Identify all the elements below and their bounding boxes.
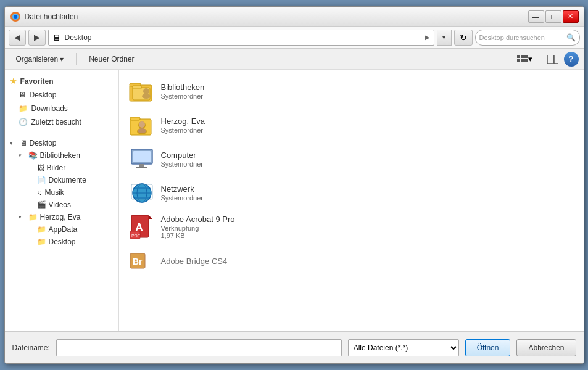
toolbar: Organisieren ▾ Neuer Ordner ▾ [5,49,584,70]
svg-rect-4 [521,55,524,58]
preview-pane-button[interactable] [544,51,561,67]
appdata-icon: 📁 [37,225,46,234]
file-info-network: Netzwerk Systemordner [161,184,203,202]
tree-item-label: Herzog, Eva [40,213,81,221]
dialog-title: Datei hochladen [25,12,528,21]
recent-icon: 🕐 [19,118,28,126]
search-icon: 🔍 [566,33,576,42]
svg-rect-10 [554,55,558,64]
downloads-icon: 📁 [19,104,28,113]
file-upload-dialog: Datei hochladen — □ ✕ ◀ ▶ 🖥 Desktop ▶ ▾ … [4,6,584,364]
new-folder-label: Neuer Ordner [89,55,134,64]
file-item-bibliotheken[interactable]: Bibliotheken Systemordner [124,75,579,109]
tree-item-appdata[interactable]: 📁 AppData [5,223,118,236]
view-dropdown-arrow: ▾ [528,54,532,64]
open-button[interactable]: Öffnen [465,339,511,356]
file-type: Systemordner [161,92,205,100]
file-item-bridge[interactable]: Br Adobe Bridge CS4 [124,244,579,278]
tree-item-bilder[interactable]: 🖼 Bilder [5,162,118,174]
file-name: Adobe Bridge CS4 [161,257,228,266]
file-type: Systemordner [161,194,203,202]
toolbar-right: ▾ ? [516,51,579,67]
file-info-acrobat: Adobe Acrobat 9 Pro Verknüpfung 1,97 KB [161,215,235,239]
sidebar-item-recent[interactable]: 🕐 Zuletzt besucht [5,115,118,129]
sidebar-item-label: Downloads [31,104,68,113]
forward-button[interactable]: ▶ [28,30,46,46]
images-icon: 🖼 [37,163,44,172]
file-icon-network [129,180,155,206]
music-icon: ♫ [37,188,43,197]
svg-rect-6 [517,59,520,62]
svg-rect-24 [133,151,151,162]
file-item-acrobat[interactable]: A PDF Adobe Acrobat 9 Pro Verknüpfung 1,… [124,210,579,244]
tree-item-bibliotheken[interactable]: ▾ 📚 Bibliotheken [5,149,118,162]
svg-point-21 [139,121,145,128]
svg-rect-14 [133,86,141,89]
sidebar-item-downloads[interactable]: 📁 Downloads [5,102,118,115]
bottom-bar: Dateiname: Alle Dateien (*.*)Textdateien… [5,331,584,363]
tree-item-label: Dokumente [49,176,86,184]
svg-point-22 [138,128,146,133]
file-size: 1,97 KB [161,232,235,239]
desktop-icon: 🖥 [19,91,26,99]
expand-icon: ▾ [19,152,26,158]
tree-item-desktop2[interactable]: 📁 Desktop [5,236,118,248]
expand-icon: ▾ [19,214,26,220]
organize-arrow: ▾ [60,55,64,64]
svg-rect-26 [136,166,147,168]
sidebar-item-label: Zuletzt besucht [31,118,81,126]
sidebar-divider [10,134,114,134]
help-button[interactable]: ? [564,52,579,67]
file-icon-computer [129,146,155,172]
tree-item-videos[interactable]: 🎬 Videos [5,199,118,211]
file-item-herzog[interactable]: Herzog, Eva Systemordner [124,109,579,142]
search-box[interactable]: Desktop durchsuchen 🔍 [475,30,580,46]
cancel-button[interactable]: Abbrechen [516,339,576,356]
svg-marker-34 [149,215,152,219]
new-folder-button[interactable]: Neuer Ordner [83,51,140,67]
svg-text:PDF: PDF [131,234,140,238]
close-button[interactable]: ✕ [563,10,579,23]
back-button[interactable]: ◀ [9,30,26,46]
tree-item-label: Desktop [49,237,76,246]
address-bar: ◀ ▶ 🖥 Desktop ▶ ▾ ↻ Desktop durchsuchen … [5,27,584,49]
filename-input[interactable] [56,339,342,356]
minimize-button[interactable]: — [528,10,544,23]
file-info-libraries: Bibliotheken Systemordner [161,83,205,100]
tree-item-herzog[interactable]: ▾ 📁 Herzog, Eva [5,211,118,223]
sidebar: ★ Favoriten 🖥 Desktop 📁 Downloads 🕐 Zule… [5,70,119,331]
title-bar: Datei hochladen — □ ✕ [5,7,584,27]
file-icon-bridge: Br [129,248,155,274]
window-controls: — □ ✕ [528,10,579,23]
tree-item-desktop[interactable]: ▾ 🖥 Desktop [5,137,118,149]
tree-item-label: Bilder [47,163,66,172]
view-options-button[interactable]: ▾ [516,51,534,67]
expand-icon: ▾ [10,140,17,146]
sidebar-item-desktop[interactable]: 🖥 Desktop [5,88,118,102]
file-list: Bibliotheken Systemordner [119,70,584,331]
file-item-computer[interactable]: Computer Systemordner [124,142,579,176]
address-dropdown[interactable]: ▾ [437,30,452,46]
svg-rect-3 [517,55,520,58]
tree-item-label: Bibliotheken [40,151,80,160]
svg-point-15 [143,88,149,94]
organize-button[interactable]: Organisieren ▾ [10,51,70,67]
filetype-select[interactable]: Alle Dateien (*.*)Textdateien (*.txt)Bil… [348,339,459,356]
search-placeholder: Desktop durchsuchen [479,34,564,41]
svg-rect-7 [521,59,524,62]
file-name: Netzwerk [161,184,203,194]
address-chevron: ▶ [425,34,430,41]
tree-item-label: Desktop [30,139,57,147]
folder-icon: 🖥 [52,33,61,43]
file-name: Adobe Acrobat 9 Pro [161,215,235,224]
file-type: Systemordner [161,160,203,168]
maximize-button[interactable]: □ [545,10,561,23]
tree-item-musik[interactable]: ♫ Musik [5,186,118,199]
favorites-section: ★ Favoriten 🖥 Desktop 📁 Downloads 🕐 Zule… [5,75,118,129]
tree-item-dokumente[interactable]: 📄 Dokumente [5,174,118,186]
user-icon: 📁 [28,213,38,221]
address-path: Desktop [65,33,421,42]
refresh-button[interactable]: ↻ [454,30,473,46]
file-item-netzwerk[interactable]: Netzwerk Systemordner [124,176,579,210]
organize-label: Organisieren [16,55,59,64]
